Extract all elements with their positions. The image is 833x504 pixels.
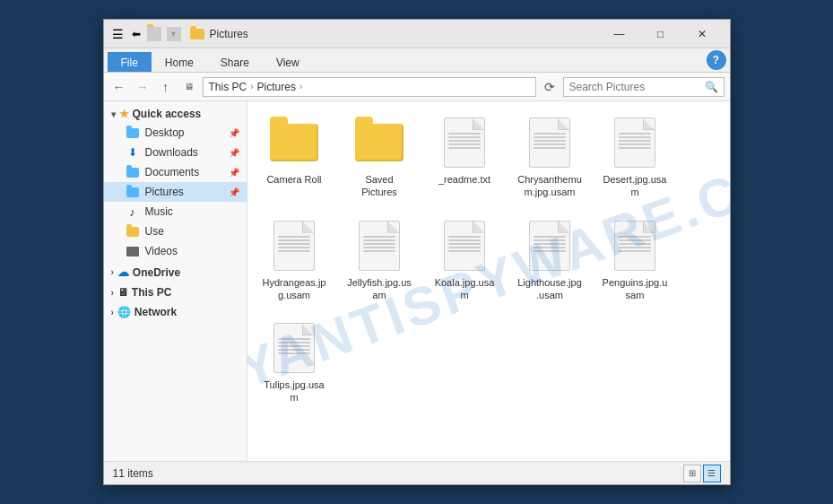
file-item[interactable]: Lighthouse.jpg.usam — [512, 213, 588, 308]
downloads-icon: ⬇ — [126, 145, 140, 160]
close-button[interactable]: ✕ — [681, 20, 723, 48]
file-icon-wrap — [352, 219, 406, 273]
generic-file-icon — [273, 323, 315, 373]
tab-file[interactable]: File — [108, 52, 152, 72]
forward-button[interactable]: → — [133, 77, 152, 97]
generic-file-icon — [614, 221, 655, 271]
path-pictures[interactable]: Pictures — [257, 81, 296, 93]
title-bar-controls: — □ ✕ — [599, 20, 723, 48]
folder-icon-small — [147, 27, 161, 41]
grid-view-button[interactable]: ⊞ — [683, 465, 701, 482]
list-view-button[interactable]: ☰ — [703, 465, 721, 482]
generic-file-icon — [529, 221, 570, 271]
generic-file-icon — [273, 221, 315, 271]
generic-file-icon — [614, 117, 655, 168]
files-grid: Camera RollSaved Pictures_readme.txtChry… — [256, 110, 721, 410]
file-icon-wrap — [438, 219, 491, 273]
sidebar-item-desktop[interactable]: Desktop 📌 — [104, 123, 247, 143]
generic-file-icon — [359, 221, 400, 271]
file-name: Desert.jpg.usam — [603, 173, 668, 199]
back-button[interactable]: ← — [109, 77, 129, 97]
file-name: Tulips.jpg.usam — [262, 378, 327, 404]
address-path[interactable]: This PC › Pictures › — [203, 77, 536, 97]
sidebar-item-music[interactable]: Music — [104, 202, 247, 222]
thispc-label: This PC — [132, 286, 172, 299]
file-item[interactable]: Saved Pictures — [342, 110, 418, 204]
path-separator-2: › — [299, 82, 302, 91]
quick-access-header[interactable]: ▾ ★ Quick access — [104, 105, 247, 123]
ribbon: File Home Share View ? — [104, 48, 730, 73]
music-icon — [126, 204, 140, 219]
sidebar-item-documents[interactable]: Documents 📌 — [104, 162, 247, 182]
pictures-folder-icon — [126, 185, 140, 199]
generic-file-icon — [529, 117, 570, 168]
file-name: Camera Roll — [266, 173, 321, 186]
sidebar-label-pictures: Pictures — [145, 186, 184, 198]
sidebar-item-downloads[interactable]: ⬇ Downloads 📌 — [104, 143, 247, 162]
main-area: ▾ ★ Quick access Desktop 📌 ⬇ Downloads 📌 — [104, 101, 730, 461]
search-input[interactable] — [569, 81, 705, 93]
network-label: Network — [134, 306, 177, 318]
file-icon-wrap — [267, 321, 321, 375]
file-item[interactable]: Desert.jpg.usam — [597, 110, 673, 204]
title-bar-icons: ☰ ⬅ ▾ — [111, 27, 183, 41]
maximize-button[interactable]: □ — [640, 20, 681, 48]
title-bar-title: Pictures — [190, 28, 599, 40]
file-icon-wrap — [523, 116, 577, 169]
file-item[interactable]: _readme.txt — [427, 110, 503, 204]
search-box[interactable]: 🔍 — [563, 77, 725, 97]
file-item[interactable]: Tulips.jpg.usam — [256, 316, 333, 410]
path-this-pc[interactable]: This PC — [209, 81, 247, 93]
title-folder-icon — [190, 29, 204, 39]
pin-icon-downloads: 📌 — [229, 148, 239, 158]
file-item[interactable]: Penguins.jpg.usam — [597, 213, 673, 308]
status-bar: 11 items ⊞ ☰ — [104, 461, 730, 484]
sidebar-label-documents: Documents — [145, 166, 200, 178]
sidebar-item-pictures[interactable]: Pictures 📌 — [104, 182, 247, 202]
sidebar-item-videos[interactable]: Videos — [104, 241, 247, 261]
file-icon-wrap — [608, 219, 662, 273]
file-icon-wrap — [267, 219, 321, 273]
file-item[interactable]: Koala.jpg.usam — [427, 213, 503, 308]
use-folder-icon — [126, 224, 140, 239]
generic-file-icon — [444, 117, 485, 168]
thispc-header[interactable]: › 🖥 This PC — [104, 283, 247, 301]
onedrive-label: OneDrive — [133, 266, 180, 279]
file-icon-wrap — [352, 116, 406, 169]
quick-access-icon: ★ — [119, 108, 129, 120]
up-button[interactable]: ↑ — [156, 77, 176, 97]
help-label: ? — [713, 54, 719, 66]
recent-locations-button[interactable]: 🖥 — [179, 77, 199, 97]
file-icon-wrap — [608, 116, 662, 169]
generic-file-icon — [444, 221, 485, 271]
quick-access-chevron: ▾ — [111, 109, 116, 119]
window-title: Pictures — [210, 28, 248, 40]
tab-home[interactable]: Home — [152, 52, 207, 72]
tab-view[interactable]: View — [263, 52, 313, 72]
quick-access-section: ▾ ★ Quick access Desktop 📌 ⬇ Downloads 📌 — [104, 105, 247, 261]
file-item[interactable]: Chrysanthemum.jpg.usam — [512, 110, 588, 204]
sidebar-label-desktop: Desktop — [145, 126, 185, 139]
tab-share[interactable]: Share — [207, 52, 263, 72]
file-icon-wrap — [267, 116, 321, 169]
minimize-button[interactable]: — — [599, 20, 640, 48]
file-name: Saved Pictures — [347, 173, 412, 199]
window-icon-arrow: ⬅ — [129, 27, 143, 41]
file-item[interactable]: Hydrangeas.jpg.usam — [256, 213, 333, 308]
file-item[interactable]: Jellyfish.jpg.usam — [342, 213, 418, 308]
network-header[interactable]: › 🌐 Network — [104, 303, 247, 321]
folder-icon — [355, 124, 403, 161]
file-item[interactable]: Camera Roll — [256, 110, 333, 204]
onedrive-header[interactable]: › OneDrive — [104, 263, 247, 282]
network-chevron: › — [111, 308, 114, 317]
content-area: MYANTISPYWARE.CO Camera RollSaved Pictur… — [247, 101, 730, 461]
file-name: Lighthouse.jpg.usam — [517, 276, 583, 302]
file-name: Jellyfish.jpg.usam — [347, 276, 412, 302]
sidebar-item-use[interactable]: Use — [104, 222, 247, 241]
file-name: Koala.jpg.usam — [432, 276, 498, 302]
sidebar-label-music: Music — [145, 205, 173, 218]
refresh-button[interactable]: ⟳ — [540, 77, 560, 97]
help-button[interactable]: ? — [707, 50, 726, 70]
search-icon: 🔍 — [705, 81, 718, 93]
path-separator-1: › — [250, 82, 253, 91]
